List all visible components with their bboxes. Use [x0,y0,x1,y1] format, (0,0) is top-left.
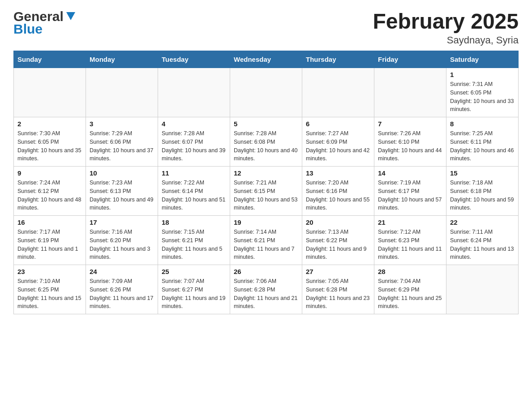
calendar-cell [302,68,374,117]
calendar-cell [86,68,158,117]
day-number: 8 [450,120,515,128]
week-row-2: 9Sunrise: 7:24 AMSunset: 6:12 PMDaylight… [14,167,519,216]
calendar-cell [230,68,302,117]
calendar-cell: 2Sunrise: 7:30 AMSunset: 6:05 PMDaylight… [14,117,86,167]
day-info: Sunrise: 7:19 AMSunset: 6:17 PMDaylight:… [378,179,442,212]
calendar-cell: 8Sunrise: 7:25 AMSunset: 6:11 PMDaylight… [446,117,519,167]
day-info: Sunrise: 7:06 AMSunset: 6:28 PMDaylight:… [234,277,298,311]
day-info: Sunrise: 7:05 AMSunset: 6:28 PMDaylight:… [306,277,370,311]
day-number: 9 [17,169,82,177]
day-info: Sunrise: 7:22 AMSunset: 6:14 PMDaylight:… [162,179,226,212]
day-number: 6 [306,120,370,128]
header-monday: Monday [86,51,158,68]
day-number: 24 [90,268,154,275]
day-number: 10 [90,169,154,177]
calendar-cell: 9Sunrise: 7:24 AMSunset: 6:12 PMDaylight… [14,167,86,216]
day-number: 18 [162,218,226,226]
calendar-table: Sunday Monday Tuesday Wednesday Thursday… [13,51,519,314]
week-row-0: 1Sunrise: 7:31 AMSunset: 6:05 PMDaylight… [14,68,519,117]
day-number: 22 [450,218,515,226]
day-info: Sunrise: 7:24 AMSunset: 6:12 PMDaylight:… [17,179,82,212]
calendar-cell: 15Sunrise: 7:18 AMSunset: 6:18 PMDayligh… [446,167,519,216]
calendar-cell: 13Sunrise: 7:20 AMSunset: 6:16 PMDayligh… [302,167,374,216]
calendar-title: February 2025 [373,9,519,34]
logo: General Blue [13,9,77,37]
calendar-cell [446,265,519,314]
calendar-cell: 10Sunrise: 7:23 AMSunset: 6:13 PMDayligh… [86,167,158,216]
page-header: General Blue February 2025 Saydnaya, Syr… [13,9,519,46]
day-info: Sunrise: 7:13 AMSunset: 6:22 PMDaylight:… [306,228,370,261]
day-info: Sunrise: 7:26 AMSunset: 6:10 PMDaylight:… [378,129,442,163]
day-info: Sunrise: 7:12 AMSunset: 6:23 PMDaylight:… [378,228,442,261]
calendar-cell: 20Sunrise: 7:13 AMSunset: 6:22 PMDayligh… [302,216,374,265]
svg-marker-0 [66,12,75,20]
calendar-cell: 7Sunrise: 7:26 AMSunset: 6:10 PMDaylight… [374,117,446,167]
day-info: Sunrise: 7:10 AMSunset: 6:25 PMDaylight:… [17,277,82,311]
calendar-cell: 22Sunrise: 7:11 AMSunset: 6:24 PMDayligh… [446,216,519,265]
logo-blue: Blue [13,21,43,37]
calendar-cell: 11Sunrise: 7:22 AMSunset: 6:14 PMDayligh… [158,167,230,216]
calendar-cell: 14Sunrise: 7:19 AMSunset: 6:17 PMDayligh… [374,167,446,216]
calendar-cell: 3Sunrise: 7:29 AMSunset: 6:06 PMDaylight… [86,117,158,167]
day-info: Sunrise: 7:14 AMSunset: 6:21 PMDaylight:… [234,228,298,261]
day-info: Sunrise: 7:28 AMSunset: 6:08 PMDaylight:… [234,129,298,163]
header-friday: Friday [374,51,446,68]
day-number: 16 [17,218,82,226]
title-block: February 2025 Saydnaya, Syria [373,9,519,46]
calendar-cell: 28Sunrise: 7:04 AMSunset: 6:29 PMDayligh… [374,265,446,314]
day-info: Sunrise: 7:31 AMSunset: 6:05 PMDaylight:… [450,80,515,114]
day-info: Sunrise: 7:30 AMSunset: 6:05 PMDaylight:… [17,129,82,163]
calendar-cell [374,68,446,117]
day-number: 5 [234,120,298,128]
calendar-cell: 21Sunrise: 7:12 AMSunset: 6:23 PMDayligh… [374,216,446,265]
day-info: Sunrise: 7:15 AMSunset: 6:21 PMDaylight:… [162,228,226,261]
week-row-3: 16Sunrise: 7:17 AMSunset: 6:19 PMDayligh… [14,216,519,265]
day-info: Sunrise: 7:18 AMSunset: 6:18 PMDaylight:… [450,179,515,212]
header-sunday: Sunday [14,51,86,68]
day-number: 26 [234,268,298,275]
calendar-cell: 27Sunrise: 7:05 AMSunset: 6:28 PMDayligh… [302,265,374,314]
day-info: Sunrise: 7:23 AMSunset: 6:13 PMDaylight:… [90,179,154,212]
day-info: Sunrise: 7:27 AMSunset: 6:09 PMDaylight:… [306,129,370,163]
day-info: Sunrise: 7:21 AMSunset: 6:15 PMDaylight:… [234,179,298,212]
calendar-cell [158,68,230,117]
day-number: 23 [17,268,82,275]
calendar-cell: 25Sunrise: 7:07 AMSunset: 6:27 PMDayligh… [158,265,230,314]
day-info: Sunrise: 7:04 AMSunset: 6:29 PMDaylight:… [378,277,442,311]
day-number: 21 [378,218,442,226]
calendar-cell: 12Sunrise: 7:21 AMSunset: 6:15 PMDayligh… [230,167,302,216]
calendar-cell: 19Sunrise: 7:14 AMSunset: 6:21 PMDayligh… [230,216,302,265]
calendar-cell: 5Sunrise: 7:28 AMSunset: 6:08 PMDaylight… [230,117,302,167]
day-number: 7 [378,120,442,128]
calendar-cell: 6Sunrise: 7:27 AMSunset: 6:09 PMDaylight… [302,117,374,167]
day-number: 13 [306,169,370,177]
day-info: Sunrise: 7:25 AMSunset: 6:11 PMDaylight:… [450,129,515,163]
day-number: 14 [378,169,442,177]
calendar-cell: 18Sunrise: 7:15 AMSunset: 6:21 PMDayligh… [158,216,230,265]
calendar-cell: 23Sunrise: 7:10 AMSunset: 6:25 PMDayligh… [14,265,86,314]
day-number: 25 [162,268,226,275]
logo-icon [64,10,77,23]
calendar-header-row: Sunday Monday Tuesday Wednesday Thursday… [14,51,519,68]
day-number: 4 [162,120,226,128]
calendar-cell: 26Sunrise: 7:06 AMSunset: 6:28 PMDayligh… [230,265,302,314]
week-row-1: 2Sunrise: 7:30 AMSunset: 6:05 PMDaylight… [14,117,519,167]
day-number: 19 [234,218,298,226]
calendar-cell: 16Sunrise: 7:17 AMSunset: 6:19 PMDayligh… [14,216,86,265]
day-number: 2 [17,120,82,128]
calendar-cell: 17Sunrise: 7:16 AMSunset: 6:20 PMDayligh… [86,216,158,265]
calendar-cell: 24Sunrise: 7:09 AMSunset: 6:26 PMDayligh… [86,265,158,314]
day-info: Sunrise: 7:17 AMSunset: 6:19 PMDaylight:… [17,228,82,261]
day-info: Sunrise: 7:20 AMSunset: 6:16 PMDaylight:… [306,179,370,212]
header-thursday: Thursday [302,51,374,68]
calendar-cell: 4Sunrise: 7:28 AMSunset: 6:07 PMDaylight… [158,117,230,167]
day-number: 1 [450,71,515,78]
day-info: Sunrise: 7:07 AMSunset: 6:27 PMDaylight:… [162,277,226,311]
day-info: Sunrise: 7:28 AMSunset: 6:07 PMDaylight:… [162,129,226,163]
day-info: Sunrise: 7:09 AMSunset: 6:26 PMDaylight:… [90,277,154,311]
header-tuesday: Tuesday [158,51,230,68]
calendar-cell: 1Sunrise: 7:31 AMSunset: 6:05 PMDaylight… [446,68,519,117]
day-number: 11 [162,169,226,177]
day-number: 28 [378,268,442,275]
day-info: Sunrise: 7:11 AMSunset: 6:24 PMDaylight:… [450,228,515,261]
